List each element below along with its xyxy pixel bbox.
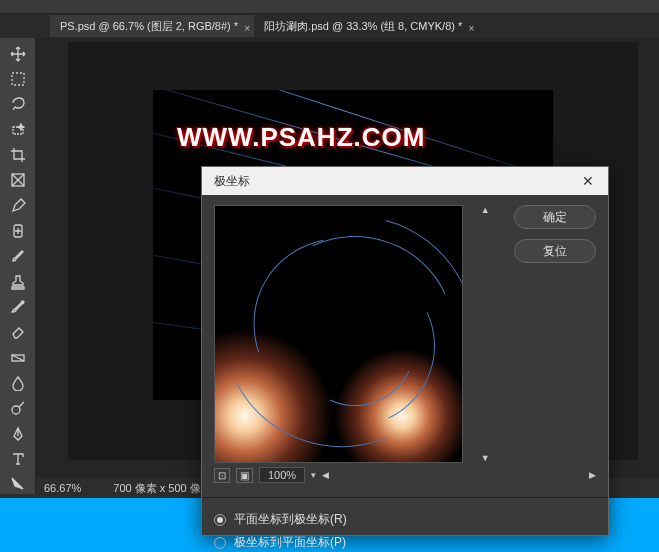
radio-icon[interactable] — [214, 514, 226, 526]
svg-point-5 — [12, 406, 20, 414]
frame-tool[interactable] — [6, 171, 30, 190]
scroll-down-icon[interactable]: ▼ — [481, 453, 490, 463]
gradient-tool[interactable] — [6, 348, 30, 367]
preview-vertical-scroll[interactable]: ▲ ▼ — [479, 205, 492, 463]
tab-label: 阳坊涮肉.psd @ 33.3% (组 8, CMYK/8) * — [264, 20, 462, 32]
lasso-tool[interactable] — [6, 95, 30, 114]
actual-pixels-icon[interactable]: ▣ — [236, 468, 253, 483]
option-rect-to-polar[interactable]: 平面坐标到极坐标(R) — [214, 508, 596, 531]
brush-tool[interactable] — [6, 247, 30, 266]
eyedropper-tool[interactable] — [6, 196, 30, 215]
move-tool[interactable] — [6, 44, 30, 63]
close-icon[interactable]: ✕ — [576, 171, 600, 191]
tab-ps-psd[interactable]: PS.psd @ 66.7% (图层 2, RGB/8#) * × — [50, 15, 254, 37]
tab-yangfang-psd[interactable]: 阳坊涮肉.psd @ 33.3% (组 8, CMYK/8) * × — [254, 15, 478, 37]
magic-wand-tool[interactable] — [6, 120, 30, 139]
stamp-tool[interactable] — [6, 272, 30, 291]
healing-tool[interactable] — [6, 221, 30, 240]
option-label: 平面坐标到极坐标(R) — [234, 511, 347, 528]
separator — [202, 497, 608, 498]
polar-coordinates-dialog: 极坐标 ✕ ▲ ▼ 确定 复位 ⊡ — [201, 166, 609, 536]
blur-tool[interactable] — [6, 373, 30, 392]
zoom-level[interactable]: 66.67% — [44, 482, 93, 494]
document-tabs: PS.psd @ 66.7% (图层 2, RGB/8#) * × 阳坊涮肉.p… — [0, 14, 659, 38]
option-polar-to-rect[interactable]: 极坐标到平面坐标(P) — [214, 531, 596, 552]
close-icon[interactable]: × — [244, 18, 250, 40]
watermark-text: WWW.PSAHZ.COM — [177, 122, 425, 153]
scroll-up-icon[interactable]: ▲ — [481, 205, 490, 215]
zoom-percent[interactable]: 100% — [259, 467, 305, 483]
svg-rect-0 — [12, 73, 24, 85]
chevron-down-icon[interactable]: ▾ — [311, 470, 316, 480]
close-icon[interactable]: × — [468, 18, 474, 40]
reset-button[interactable]: 复位 — [514, 239, 596, 263]
filter-preview[interactable] — [214, 205, 463, 463]
ok-button[interactable]: 确定 — [514, 205, 596, 229]
dialog-titlebar[interactable]: 极坐标 ✕ — [202, 167, 608, 195]
menubar — [0, 0, 659, 14]
preview-zoom-controls: ⊡ ▣ 100% ▾ ◀ ▶ — [214, 467, 596, 483]
history-brush-tool[interactable] — [6, 297, 30, 316]
zoom-out-icon[interactable]: ◀ — [322, 470, 329, 480]
path-tool[interactable] — [6, 475, 30, 494]
dodge-tool[interactable] — [6, 399, 30, 418]
tab-label: PS.psd @ 66.7% (图层 2, RGB/8#) * — [60, 20, 238, 32]
tools-panel — [0, 38, 36, 494]
zoom-in-icon[interactable]: ▶ — [589, 470, 596, 480]
pen-tool[interactable] — [6, 424, 30, 443]
marquee-tool[interactable] — [6, 69, 30, 88]
option-label: 极坐标到平面坐标(P) — [234, 534, 346, 551]
type-tool[interactable] — [6, 449, 30, 468]
crop-tool[interactable] — [6, 145, 30, 164]
eraser-tool[interactable] — [6, 323, 30, 342]
radio-icon[interactable] — [214, 537, 226, 549]
dialog-title: 极坐标 — [214, 173, 250, 190]
fit-icon[interactable]: ⊡ — [214, 468, 230, 483]
